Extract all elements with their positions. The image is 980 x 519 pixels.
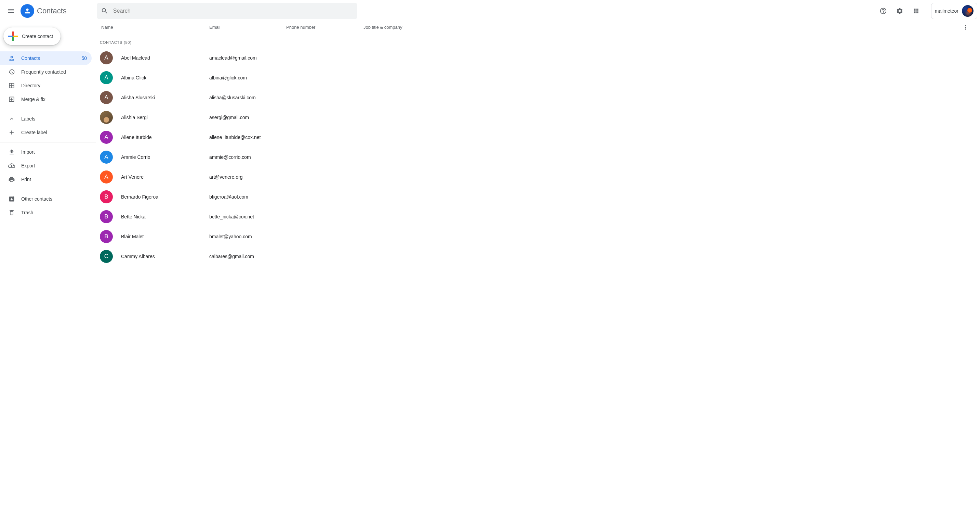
extension-label: mailmeteor: [935, 8, 958, 14]
contact-avatar: B: [100, 190, 113, 203]
contact-name: Ammie Corrio: [121, 154, 209, 160]
contact-name: Cammy Albares: [121, 254, 209, 259]
main-content: Name Email Phone number Job title & comp…: [96, 22, 980, 519]
sidebar-item-directory[interactable]: Directory: [0, 79, 92, 93]
sidebar-labels-label: Labels: [21, 116, 35, 121]
contact-row[interactable]: BBlair Maletbmalet@yahoo.com: [96, 227, 980, 246]
contact-email: bmalet@yahoo.com: [209, 234, 286, 239]
sidebar-print-label: Print: [21, 177, 31, 182]
contact-row[interactable]: Alishia Sergiasergi@gmail.com: [96, 107, 980, 127]
contact-name: Abel Maclead: [121, 55, 209, 61]
sidebar-item-frequent[interactable]: Frequently contacted: [0, 65, 92, 79]
apps-grid-icon: [913, 8, 920, 14]
main-menu-button[interactable]: [3, 3, 19, 19]
contact-email: ammie@corrio.com: [209, 154, 286, 160]
sidebar-import-label: Import: [21, 149, 35, 155]
contacts-group-label: CONTACTS (50): [96, 34, 980, 48]
contact-email: art@venere.org: [209, 174, 286, 180]
contact-row[interactable]: AAbel Macleadamaclead@gmail.com: [96, 48, 980, 68]
contact-avatar: [100, 111, 113, 124]
contact-name: Bernardo Figeroa: [121, 194, 209, 200]
sidebar-item-print[interactable]: Print: [0, 172, 92, 186]
contact-row[interactable]: AAmmie Corrioammie@corrio.com: [96, 147, 980, 167]
contact-row[interactable]: AAlisha Slusarskialisha@slusarski.com: [96, 88, 980, 107]
sidebar-directory-label: Directory: [21, 83, 40, 88]
contact-email: bfigeroa@aol.com: [209, 194, 286, 200]
contact-name: Art Venere: [121, 174, 209, 180]
contact-name: Alishia Sergi: [121, 115, 209, 120]
contact-avatar: A: [100, 71, 113, 84]
contact-name: Bette Nicka: [121, 214, 209, 219]
sidebar-item-create-label[interactable]: Create label: [0, 126, 92, 139]
sidebar-trash-label: Trash: [21, 210, 33, 216]
column-header-job[interactable]: Job title & company: [363, 25, 966, 30]
add-icon: [8, 129, 15, 136]
app-title: Contacts: [37, 6, 67, 15]
search-bar[interactable]: [97, 3, 357, 19]
sidebar-other-label: Other contacts: [21, 196, 52, 202]
contact-avatar: A: [100, 151, 113, 164]
column-header-name[interactable]: Name: [100, 25, 209, 30]
contact-name: Allene Iturbide: [121, 134, 209, 140]
contact-row[interactable]: CCammy Albarescalbares@gmail.com: [96, 246, 980, 266]
history-icon: [8, 69, 15, 75]
sidebar-item-trash[interactable]: Trash: [0, 206, 92, 219]
contact-avatar: A: [100, 51, 113, 64]
upload-icon: [8, 149, 15, 155]
contact-name: Alisha Slusarski: [121, 95, 209, 100]
plus-icon: [8, 32, 18, 41]
gear-icon: [896, 7, 904, 15]
contact-avatar: A: [100, 91, 113, 104]
trash-icon: [8, 209, 15, 216]
column-headers: Name Email Phone number Job title & comp…: [96, 25, 973, 34]
directory-icon: [8, 82, 15, 89]
more-vert-icon: [962, 24, 969, 31]
contact-row[interactable]: BBernardo Figeroabfigeroa@aol.com: [96, 187, 980, 207]
sidebar-frequent-label: Frequently contacted: [21, 69, 66, 75]
contact-row[interactable]: AArt Venereart@venere.org: [96, 167, 980, 187]
contact-email: calbares@gmail.com: [209, 254, 286, 259]
sidebar-contacts-label: Contacts: [21, 56, 40, 61]
app-logo: [21, 4, 34, 18]
extension-box[interactable]: mailmeteor: [931, 3, 977, 19]
hamburger-icon: [7, 7, 15, 15]
contact-avatar: C: [100, 250, 113, 263]
archive-icon: [8, 195, 15, 202]
search-input[interactable]: [113, 8, 353, 14]
contact-email: amaclead@gmail.com: [209, 55, 286, 61]
contact-avatar: B: [100, 210, 113, 223]
contact-email: albina@glick.com: [209, 75, 286, 80]
extension-avatar: [962, 5, 974, 17]
print-icon: [8, 176, 15, 183]
sidebar-merge-label: Merge & fix: [21, 97, 46, 102]
help-button[interactable]: [877, 4, 890, 18]
contact-name: Blair Malet: [121, 234, 209, 239]
settings-button[interactable]: [893, 4, 907, 18]
contacts-count: 50: [81, 56, 87, 61]
column-header-phone[interactable]: Phone number: [286, 25, 363, 30]
contact-row[interactable]: BBette Nickabette_nicka@cox.net: [96, 207, 980, 227]
contact-row[interactable]: AAllene Iturbideallene_iturbide@cox.net: [96, 127, 980, 147]
sidebar-item-merge-fix[interactable]: Merge & fix: [0, 93, 92, 106]
sidebar-item-import[interactable]: Import: [0, 145, 92, 159]
contact-email: allene_iturbide@cox.net: [209, 134, 286, 140]
cloud-download-icon: [8, 162, 15, 169]
sidebar-item-contacts[interactable]: Contacts 50: [0, 51, 92, 65]
sidebar-create-label-label: Create label: [21, 130, 47, 135]
sidebar-labels-header[interactable]: Labels: [0, 112, 92, 126]
apps-button[interactable]: [909, 4, 923, 18]
column-header-email[interactable]: Email: [209, 25, 286, 30]
sidebar-item-other-contacts[interactable]: Other contacts: [0, 192, 92, 206]
person-outline-icon: [8, 55, 15, 62]
contact-name: Albina Glick: [121, 75, 209, 80]
contact-avatar: A: [100, 171, 113, 184]
contact-row[interactable]: AAlbina Glickalbina@glick.com: [96, 68, 980, 88]
merge-icon: [8, 96, 15, 103]
person-icon: [24, 7, 31, 15]
create-contact-button[interactable]: Create contact: [3, 27, 60, 45]
sidebar-item-export[interactable]: Export: [0, 159, 92, 172]
search-icon: [101, 7, 108, 15]
app-header: Contacts mailmeteor: [0, 0, 980, 22]
sidebar: Create contact Contacts 50 Frequently co…: [0, 22, 96, 519]
column-menu-button[interactable]: [962, 24, 969, 31]
